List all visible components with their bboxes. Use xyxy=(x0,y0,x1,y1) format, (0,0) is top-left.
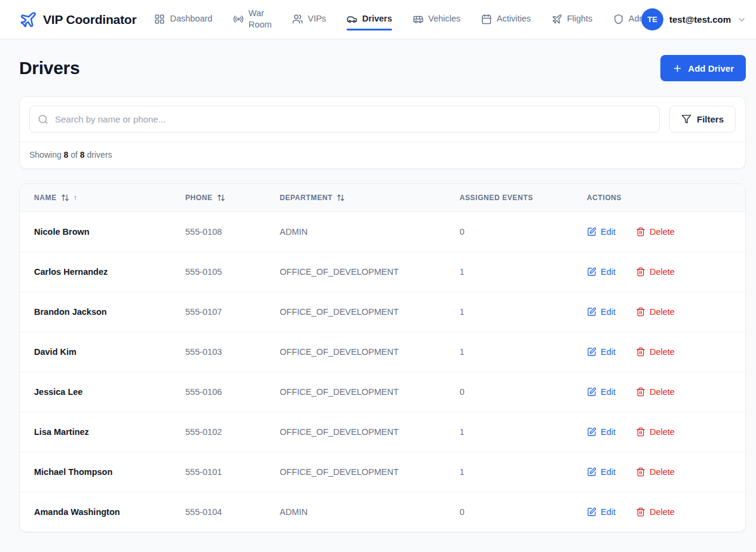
search-input[interactable] xyxy=(29,106,660,133)
trash-icon xyxy=(636,347,645,357)
assigned-events-cell: 1 xyxy=(452,412,580,452)
driver-phone-cell: 555-0102 xyxy=(178,412,273,452)
layout-grid-icon xyxy=(154,14,165,24)
column-header[interactable]: ASSIGNED EVENTS xyxy=(452,184,580,212)
column-header[interactable]: NAME ↑ xyxy=(20,184,178,212)
sort-icon[interactable] xyxy=(336,194,345,202)
total-count: 8 xyxy=(80,150,85,160)
table-row: Amanda Washington 555-0104 ADMIN 0 Edit xyxy=(20,492,745,532)
edit-button[interactable]: Edit xyxy=(587,387,616,397)
users-icon xyxy=(292,14,303,24)
driver-name-cell: Carlos Hernandez xyxy=(20,252,178,292)
nav-item[interactable]: War Room xyxy=(233,5,272,33)
driver-department-cell: OFFICE_OF_DEVELOPMENT xyxy=(273,332,452,372)
column-label: PHONE xyxy=(185,194,213,202)
trash-icon xyxy=(636,227,645,237)
driver-department-cell: OFFICE_OF_DEVELOPMENT xyxy=(273,412,452,452)
edit-button[interactable]: Edit xyxy=(587,307,616,317)
trash-icon xyxy=(636,307,645,317)
row-actions: Edit Delete xyxy=(587,387,738,397)
driver-phone-cell: 555-0101 xyxy=(178,452,273,492)
nav-item[interactable]: Vehicles xyxy=(413,11,461,27)
plane-icon xyxy=(552,14,562,24)
brand[interactable]: VIP Coordinator xyxy=(19,11,136,29)
driver-department-cell: OFFICE_OF_DEVELOPMENT xyxy=(273,372,452,412)
edit-icon xyxy=(587,427,596,437)
user-email: test@test.com xyxy=(669,14,731,24)
assigned-events-cell: 0 xyxy=(452,492,580,532)
plus-icon xyxy=(672,63,682,73)
filters-button[interactable]: Filters xyxy=(669,106,736,133)
edit-button[interactable]: Edit xyxy=(587,427,616,437)
assigned-events-cell: 1 xyxy=(452,252,580,292)
delete-button[interactable]: Delete xyxy=(636,347,675,357)
sort-icon[interactable] xyxy=(61,194,69,202)
add-driver-button[interactable]: Add Driver xyxy=(660,55,746,81)
nav-item[interactable]: Flights xyxy=(552,11,593,27)
edit-button[interactable]: Edit xyxy=(587,227,616,237)
edit-icon xyxy=(587,387,596,397)
assigned-events-cell: 0 xyxy=(452,212,580,252)
edit-button[interactable]: Edit xyxy=(587,347,616,357)
driver-phone-cell: 555-0107 xyxy=(178,292,273,332)
page-title: Drivers xyxy=(19,58,79,78)
avatar[interactable]: TE xyxy=(641,8,663,30)
calendar-icon xyxy=(481,14,492,24)
nav-item[interactable]: VIPs xyxy=(292,11,326,27)
edit-button[interactable]: Edit xyxy=(587,267,616,277)
driver-name-cell: Amanda Washington xyxy=(20,492,178,532)
row-actions: Edit Delete xyxy=(587,307,738,317)
delete-button[interactable]: Delete xyxy=(636,467,675,477)
driver-department-cell: ADMIN xyxy=(273,212,452,252)
driver-department-cell: OFFICE_OF_DEVELOPMENT xyxy=(273,292,452,332)
column-header[interactable]: DEPARTMENT xyxy=(273,184,452,212)
edit-icon xyxy=(587,347,596,357)
nav-item[interactable]: Dashboard xyxy=(154,11,212,27)
brand-name: VIP Coordinator xyxy=(43,13,136,27)
driver-department-cell: OFFICE_OF_DEVELOPMENT xyxy=(273,452,452,492)
nav-item[interactable]: Activities xyxy=(481,11,531,27)
driver-name-cell: Nicole Brown xyxy=(20,212,178,252)
active-sort-indicator: ↑ xyxy=(74,194,78,202)
delete-button[interactable]: Delete xyxy=(636,267,675,277)
edit-button[interactable]: Edit xyxy=(587,507,616,517)
chevron-down-icon[interactable] xyxy=(737,15,746,24)
row-actions: Edit Delete xyxy=(587,467,738,477)
edit-icon xyxy=(587,467,596,477)
top-navbar: VIP Coordinator Dashboard War Room VIPs … xyxy=(0,0,756,39)
column-header[interactable]: ACTIONS xyxy=(580,184,745,212)
sort-icon[interactable] xyxy=(217,194,225,202)
driver-department-cell: OFFICE_OF_DEVELOPMENT xyxy=(273,252,452,292)
assigned-events-cell: 1 xyxy=(452,452,580,492)
nav-item[interactable]: Drivers xyxy=(347,11,392,27)
plane-logo-icon xyxy=(19,11,37,29)
driver-phone-cell: 555-0106 xyxy=(178,372,273,412)
delete-button[interactable]: Delete xyxy=(636,307,675,317)
table-header-row: NAME ↑ PHONE xyxy=(20,184,745,212)
column-header[interactable]: PHONE xyxy=(178,184,273,212)
delete-button[interactable]: Delete xyxy=(636,507,675,517)
delete-button[interactable]: Delete xyxy=(636,227,675,237)
search-icon xyxy=(38,114,48,125)
user-menu[interactable]: TE test@test.com xyxy=(641,8,746,30)
trash-icon xyxy=(636,427,645,437)
assigned-events-cell: 1 xyxy=(452,292,580,332)
driver-phone-cell: 555-0108 xyxy=(178,212,273,252)
radio-icon xyxy=(233,14,244,24)
table-row: Brandon Jackson 555-0107 OFFICE_OF_DEVEL… xyxy=(20,292,745,332)
shown-count: 8 xyxy=(64,150,69,160)
edit-button[interactable]: Edit xyxy=(587,467,616,477)
table-row: Nicole Brown 555-0108 ADMIN 0 Edit xyxy=(20,212,745,252)
trash-icon xyxy=(636,267,645,277)
driver-name-cell: Michael Thompson xyxy=(20,452,178,492)
delete-button[interactable]: Delete xyxy=(636,387,675,397)
delete-button[interactable]: Delete xyxy=(636,427,675,437)
row-actions: Edit Delete xyxy=(587,267,738,277)
driver-name-cell: Jessica Lee xyxy=(20,372,178,412)
row-actions: Edit Delete xyxy=(587,427,738,437)
add-driver-label: Add Driver xyxy=(688,63,734,73)
driver-phone-cell: 555-0104 xyxy=(178,492,273,532)
nav-item-label: VIPs xyxy=(308,13,326,24)
column-label: ASSIGNED EVENTS xyxy=(460,194,533,202)
shield-icon xyxy=(613,14,624,24)
